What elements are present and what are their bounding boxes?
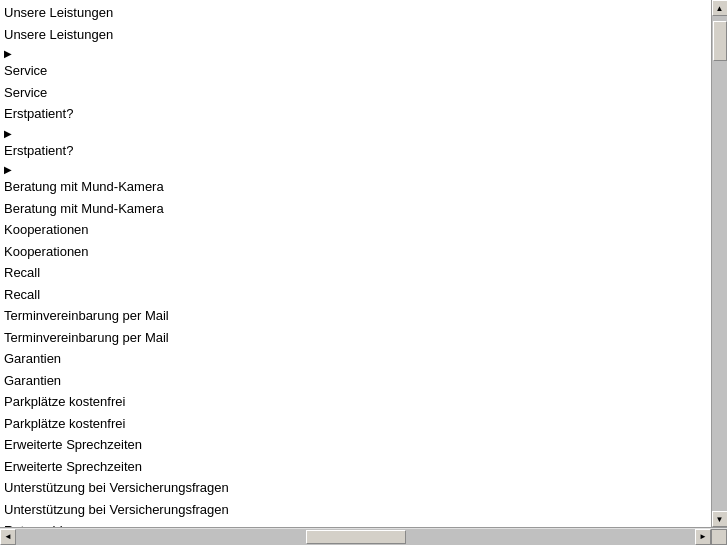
- scrollbar-h-track[interactable]: [16, 529, 695, 545]
- list-item[interactable]: Ratenzahlung: [4, 520, 707, 527]
- scroll-right-button[interactable]: ►: [695, 529, 711, 545]
- expand-arrow: ▶: [4, 164, 12, 175]
- scroll-area: Unsere LeistungenUnsere Leistungen▶Servi…: [0, 0, 727, 527]
- list-item[interactable]: Parkplätze kostenfrei: [4, 413, 707, 435]
- list-item[interactable]: Terminvereinbarung per Mail: [4, 327, 707, 349]
- expand-arrow: ▶: [4, 128, 12, 139]
- list-item[interactable]: Service: [4, 60, 707, 82]
- list-item[interactable]: Terminvereinbarung per Mail: [4, 305, 707, 327]
- scrollbar-v-track[interactable]: [712, 16, 728, 511]
- expand-arrow: ▶: [4, 48, 12, 59]
- list-item[interactable]: Erweiterte Sprechzeiten: [4, 456, 707, 478]
- content-area: Unsere LeistungenUnsere Leistungen▶Servi…: [0, 0, 711, 527]
- list-item[interactable]: Recall: [4, 262, 707, 284]
- list-item[interactable]: Unterstützung bei Versicherungsfragen: [4, 499, 707, 521]
- list-item[interactable]: Garantien: [4, 370, 707, 392]
- list-item[interactable]: Service: [4, 82, 707, 104]
- list-item[interactable]: Erstpatient?: [4, 140, 707, 162]
- horizontal-scrollbar: ◄ ►: [0, 527, 727, 545]
- list-item[interactable]: Kooperationen: [4, 219, 707, 241]
- main-window: Unsere LeistungenUnsere Leistungen▶Servi…: [0, 0, 727, 545]
- list-item[interactable]: Erweiterte Sprechzeiten: [4, 434, 707, 456]
- scrollbar-v-thumb[interactable]: [713, 21, 727, 61]
- scroll-right-icon: ►: [699, 532, 707, 541]
- scroll-up-icon: ▲: [716, 4, 724, 13]
- vertical-scrollbar[interactable]: ▲ ▼: [711, 0, 727, 527]
- scroll-down-icon: ▼: [716, 515, 724, 524]
- list-item[interactable]: Unsere Leistungen: [4, 2, 707, 24]
- list-item[interactable]: Beratung mit Mund-Kamera: [4, 198, 707, 220]
- list-item[interactable]: Garantien: [4, 348, 707, 370]
- list-item[interactable]: Recall: [4, 284, 707, 306]
- list-item[interactable]: Unterstützung bei Versicherungsfragen: [4, 477, 707, 499]
- list-item[interactable]: Beratung mit Mund-Kamera: [4, 176, 707, 198]
- scrollbar-h-thumb[interactable]: [306, 530, 406, 544]
- list-item[interactable]: Unsere Leistungen: [4, 24, 707, 46]
- scroll-left-icon: ◄: [4, 532, 12, 541]
- scroll-down-button[interactable]: ▼: [712, 511, 728, 527]
- scrollbar-corner: [711, 529, 727, 545]
- list-item[interactable]: Parkplätze kostenfrei: [4, 391, 707, 413]
- list-item[interactable]: Erstpatient?: [4, 103, 707, 125]
- scroll-left-button[interactable]: ◄: [0, 529, 16, 545]
- list-item[interactable]: Kooperationen: [4, 241, 707, 263]
- scroll-up-button[interactable]: ▲: [712, 0, 728, 16]
